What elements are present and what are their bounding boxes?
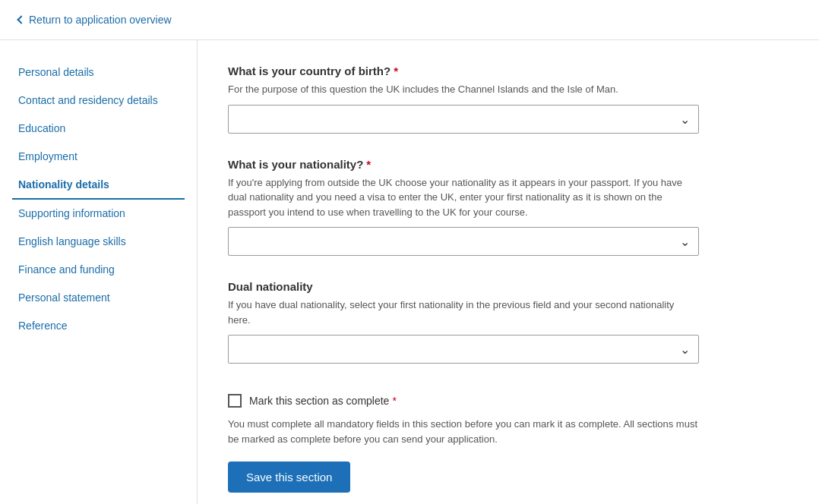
- checkbox-row: Mark this section as complete*: [228, 394, 699, 408]
- checkbox-hint: You must complete all mandatory fields i…: [228, 417, 699, 446]
- country-of-birth-select[interactable]: [228, 105, 699, 134]
- country-of-birth-label: What is your country of birth?*: [228, 65, 699, 77]
- mark-complete-label[interactable]: Mark this section as complete*: [249, 395, 397, 407]
- nationality-label: What is your nationality?*: [228, 158, 699, 171]
- sidebar-item-finance-funding[interactable]: Finance and funding: [12, 256, 185, 284]
- nationality-select[interactable]: [228, 227, 699, 256]
- nationality-hint: If you're applying from outside the UK c…: [228, 175, 699, 220]
- dual-nationality-select[interactable]: [228, 335, 699, 364]
- sidebar: Personal details Contact and residency d…: [0, 40, 198, 504]
- sidebar-item-personal-statement[interactable]: Personal statement: [12, 284, 185, 312]
- top-nav: Return to application overview: [0, 0, 819, 40]
- required-star-2: *: [366, 158, 371, 171]
- dual-nationality-select-wrapper: ⌄: [228, 335, 699, 364]
- dual-nationality-block: Dual nationality If you have dual nation…: [228, 280, 699, 364]
- main-layout: Personal details Contact and residency d…: [0, 40, 819, 504]
- sidebar-item-personal-details[interactable]: Personal details: [12, 58, 185, 87]
- complete-section: Mark this section as complete* You must …: [228, 394, 699, 493]
- sidebar-item-nationality-details[interactable]: Nationality details: [12, 171, 185, 200]
- dual-nationality-label: Dual nationality: [228, 280, 699, 293]
- main-content: What is your country of birth?* For the …: [198, 40, 729, 504]
- sidebar-item-education[interactable]: Education: [12, 115, 185, 143]
- country-of-birth-hint: For the purpose of this question the UK …: [228, 82, 699, 97]
- back-link[interactable]: Return to application overview: [18, 14, 801, 26]
- nationality-block: What is your nationality?* If you're app…: [228, 158, 699, 257]
- required-star-1: *: [394, 65, 398, 77]
- sidebar-item-contact-residency[interactable]: Contact and residency details: [12, 87, 185, 115]
- sidebar-item-reference[interactable]: Reference: [12, 312, 185, 340]
- dual-nationality-hint: If you have dual nationality, select you…: [228, 298, 699, 327]
- required-star-3: *: [392, 395, 396, 407]
- sidebar-item-employment[interactable]: Employment: [12, 143, 185, 171]
- sidebar-item-supporting-information[interactable]: Supporting information: [12, 200, 185, 228]
- chevron-left-icon: [17, 15, 25, 24]
- mark-complete-checkbox[interactable]: [228, 394, 242, 408]
- save-button[interactable]: Save this section: [228, 461, 350, 493]
- nationality-select-wrapper: ⌄: [228, 227, 699, 256]
- sidebar-item-english-language[interactable]: English language skills: [12, 228, 185, 256]
- country-of-birth-select-wrapper: ⌄: [228, 105, 699, 134]
- country-of-birth-block: What is your country of birth?* For the …: [228, 65, 699, 134]
- back-link-label: Return to application overview: [29, 14, 172, 26]
